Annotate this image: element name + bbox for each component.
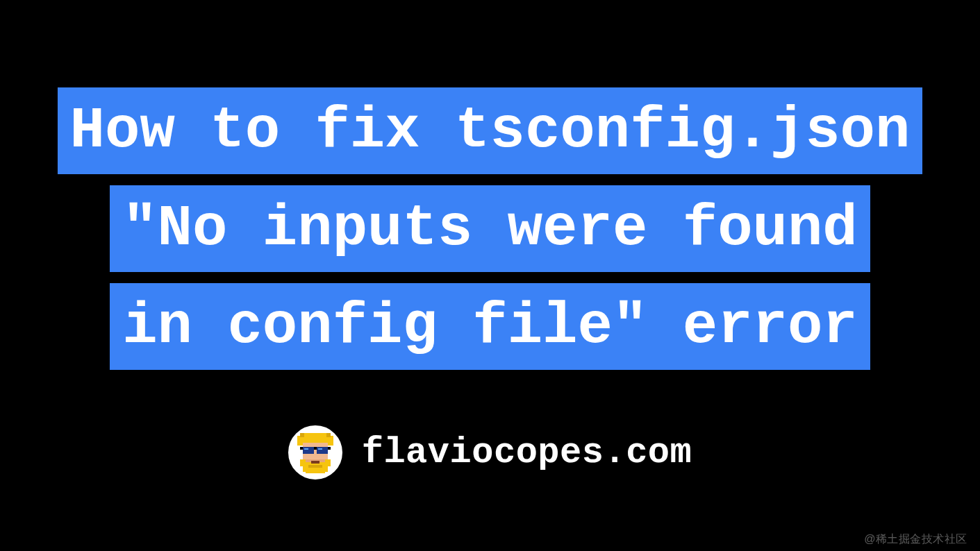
svg-rect-9 [303, 447, 314, 454]
watermark: @稀土掘金技术社区 [864, 532, 967, 547]
svg-rect-10 [317, 447, 328, 454]
title-line-3: in config file" error [110, 283, 870, 370]
svg-rect-11 [304, 448, 308, 450]
svg-rect-5 [326, 433, 331, 437]
svg-rect-12 [318, 448, 322, 450]
title-block: How to fix tsconfig.json "No inputs were… [58, 82, 923, 375]
svg-rect-2 [297, 436, 303, 446]
svg-rect-3 [328, 436, 333, 446]
cover-card: How to fix tsconfig.json "No inputs were… [0, 32, 980, 518]
svg-rect-14 [300, 459, 306, 466]
title-line-1: How to fix tsconfig.json [58, 87, 923, 174]
svg-rect-15 [325, 459, 331, 466]
avatar [288, 425, 342, 480]
author-row: flaviocopes.com [288, 425, 692, 480]
svg-rect-4 [300, 433, 304, 437]
svg-rect-18 [311, 461, 319, 464]
svg-rect-16 [306, 468, 325, 473]
domain-label: flaviocopes.com [362, 432, 692, 473]
svg-rect-17 [308, 465, 322, 468]
title-line-2: "No inputs were found [110, 185, 870, 272]
